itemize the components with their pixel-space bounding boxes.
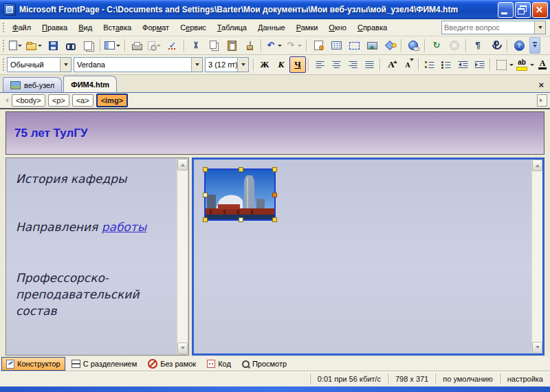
resize-handle-bottom-left[interactable] xyxy=(203,217,208,222)
font-size-combobox[interactable]: 3 (12 пт) xyxy=(205,57,249,72)
menu-frames[interactable]: Рамки xyxy=(291,22,324,33)
view-tab-split[interactable]: С разделением xyxy=(67,357,142,371)
selected-image[interactable] xyxy=(204,168,276,221)
main-scrollbar[interactable] xyxy=(531,160,542,353)
undo-dropdown[interactable] xyxy=(276,38,283,53)
bold-button[interactable]: Ж xyxy=(256,56,273,73)
highlight-button[interactable]: ab xyxy=(514,56,530,73)
resize-handle-bottom-center[interactable] xyxy=(239,217,243,222)
view-tab-noframes[interactable]: Без рамок xyxy=(143,357,201,371)
close-button[interactable] xyxy=(532,2,548,18)
new-document-dropdown[interactable] xyxy=(17,38,23,53)
copy-button[interactable] xyxy=(205,37,223,54)
menu-data[interactable]: Данные xyxy=(252,22,291,33)
insert-hyperlink-button[interactable] xyxy=(404,37,422,54)
close-page-button[interactable]: × xyxy=(536,80,546,92)
contents-scrollbar[interactable] xyxy=(177,159,188,354)
insert-picture-button[interactable] xyxy=(363,37,381,54)
menu-format[interactable]: Формат xyxy=(137,22,175,33)
find-button[interactable] xyxy=(62,37,80,54)
tag-button-1[interactable]: <body> xyxy=(12,94,45,107)
font-combobox[interactable]: Verdana xyxy=(74,57,203,72)
insert-layer-button[interactable] xyxy=(345,37,363,54)
menu-view[interactable]: Вид xyxy=(73,22,98,33)
toolbar-grip[interactable] xyxy=(2,22,5,34)
font-size-dropdown-icon[interactable] xyxy=(237,58,248,72)
undo-button[interactable]: ↶ xyxy=(264,37,284,54)
restore-button[interactable] xyxy=(515,2,531,18)
frame-banner[interactable]: 75 лет ТулГУ xyxy=(6,111,544,155)
format-painter-button[interactable] xyxy=(241,37,258,54)
view-tab-design[interactable]: Конструктор xyxy=(1,357,65,371)
question-dropdown-icon[interactable] xyxy=(534,21,545,34)
font-color-button[interactable]: А xyxy=(534,56,550,73)
paste-button[interactable] xyxy=(223,37,241,54)
refresh-button[interactable]: ↻ xyxy=(428,37,446,54)
menu-table[interactable]: Таблица xyxy=(212,22,252,33)
menu-window[interactable]: Окно xyxy=(323,22,352,33)
scroll-up-button[interactable] xyxy=(532,160,542,171)
print-preview-dropdown[interactable] xyxy=(155,38,162,53)
italic-button[interactable]: К xyxy=(273,56,289,73)
justify-button[interactable] xyxy=(361,56,377,73)
align-center-button[interactable] xyxy=(328,56,344,73)
minimize-button[interactable] xyxy=(498,2,514,18)
menu-tools[interactable]: Сервис xyxy=(175,22,212,33)
toggle-pane-button[interactable] xyxy=(103,37,122,54)
menu-insert[interactable]: Вставка xyxy=(98,22,137,33)
resize-handle-bottom-right[interactable] xyxy=(272,217,277,222)
scrollbar-track[interactable] xyxy=(177,171,188,342)
insert-component-button[interactable] xyxy=(309,37,327,54)
toolbar-grip[interactable] xyxy=(2,58,5,72)
resize-handle-top-left[interactable] xyxy=(203,167,208,172)
tag-scroll-left-icon[interactable] xyxy=(3,96,9,105)
print-button[interactable] xyxy=(128,37,146,54)
borders-button[interactable] xyxy=(493,56,509,73)
spelling-button[interactable]: ✓ xyxy=(164,37,182,54)
question-input[interactable] xyxy=(442,23,534,32)
insert-table-button[interactable] xyxy=(327,37,345,54)
resize-handle-top-right[interactable] xyxy=(272,167,277,172)
scroll-down-button[interactable] xyxy=(177,342,188,354)
bullet-list-button[interactable] xyxy=(438,56,454,73)
toggle-pane-dropdown[interactable] xyxy=(115,38,121,53)
toolbar-options-button[interactable] xyxy=(529,37,540,54)
cut-button[interactable] xyxy=(187,37,205,54)
style-combobox[interactable]: Обычный xyxy=(7,57,72,72)
open-folder-button[interactable] xyxy=(25,37,44,54)
menu-help[interactable]: Справка xyxy=(352,22,393,33)
resize-handle-middle-right[interactable] xyxy=(272,193,277,197)
decrease-indent-button[interactable] xyxy=(454,56,471,73)
bookmark-button[interactable] xyxy=(487,37,505,54)
publish-button[interactable] xyxy=(80,37,98,54)
increase-indent-button[interactable] xyxy=(471,56,487,73)
view-tab-preview[interactable]: Просмотр xyxy=(237,357,292,371)
toolbar-grip[interactable] xyxy=(2,39,5,52)
print-preview-button[interactable] xyxy=(146,37,164,54)
redo-dropdown[interactable] xyxy=(296,38,302,53)
tag-button-2[interactable]: <p> xyxy=(48,94,69,107)
resize-handle-middle-left[interactable] xyxy=(203,193,208,197)
help-button[interactable]: ? xyxy=(510,37,528,54)
tab-website[interactable]: веб-узел xyxy=(3,77,62,92)
increase-font-button[interactable]: А xyxy=(383,56,399,73)
numbered-list-button[interactable] xyxy=(421,56,438,73)
tag-scroll-right-icon[interactable] xyxy=(537,94,547,107)
resize-handle-top-center[interactable] xyxy=(239,167,243,172)
ask-question-box[interactable] xyxy=(441,21,546,34)
menu-edit[interactable]: Правка xyxy=(36,22,73,33)
redo-button[interactable]: ↷ xyxy=(284,37,304,54)
scroll-down-button[interactable] xyxy=(532,342,542,353)
open-folder-dropdown[interactable] xyxy=(36,38,43,53)
view-tab-code[interactable]: Код xyxy=(202,357,236,371)
paragraph-marks-button[interactable]: ¶ xyxy=(469,37,487,54)
tab-page[interactable]: ФИМ4.htm xyxy=(63,76,117,92)
tag-button-4[interactable]: <img> xyxy=(96,94,128,107)
drawing-button[interactable] xyxy=(381,37,399,54)
style-dropdown-icon[interactable] xyxy=(60,58,71,72)
tag-button-3[interactable]: <a> xyxy=(72,94,94,107)
underline-button[interactable]: Ч xyxy=(289,56,306,73)
menu-file[interactable]: Файл xyxy=(7,22,36,33)
align-right-button[interactable] xyxy=(344,56,361,73)
scrollbar-track[interactable] xyxy=(532,171,542,342)
